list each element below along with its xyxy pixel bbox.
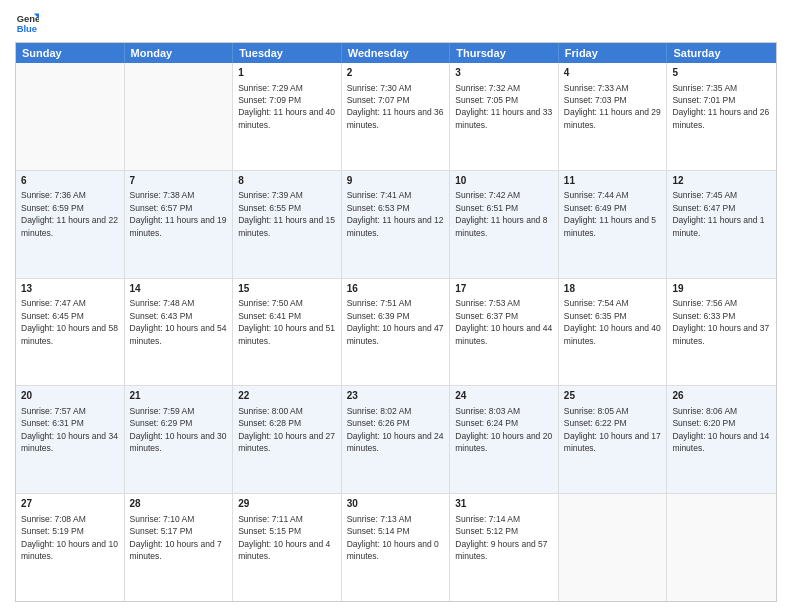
calendar-cell-13: 13Sunrise: 7:47 AMSunset: 6:45 PMDayligh… — [16, 279, 125, 386]
day-number: 12 — [672, 174, 771, 188]
sun-info: Sunrise: 7:32 AMSunset: 7:05 PMDaylight:… — [455, 83, 552, 130]
day-number: 13 — [21, 282, 119, 296]
day-number: 30 — [347, 497, 445, 511]
sun-info: Sunrise: 7:42 AMSunset: 6:51 PMDaylight:… — [455, 190, 547, 237]
calendar-row-2: 6Sunrise: 7:36 AMSunset: 6:59 PMDaylight… — [16, 171, 776, 279]
calendar-row-3: 13Sunrise: 7:47 AMSunset: 6:45 PMDayligh… — [16, 279, 776, 387]
calendar-cell-10: 10Sunrise: 7:42 AMSunset: 6:51 PMDayligh… — [450, 171, 559, 278]
calendar-header: SundayMondayTuesdayWednesdayThursdayFrid… — [16, 43, 776, 63]
calendar-cell-25: 25Sunrise: 8:05 AMSunset: 6:22 PMDayligh… — [559, 386, 668, 493]
sun-info: Sunrise: 7:44 AMSunset: 6:49 PMDaylight:… — [564, 190, 656, 237]
calendar-cell-4: 4Sunrise: 7:33 AMSunset: 7:03 PMDaylight… — [559, 63, 668, 170]
calendar-cell-14: 14Sunrise: 7:48 AMSunset: 6:43 PMDayligh… — [125, 279, 234, 386]
day-number: 23 — [347, 389, 445, 403]
calendar-cell-22: 22Sunrise: 8:00 AMSunset: 6:28 PMDayligh… — [233, 386, 342, 493]
sun-info: Sunrise: 7:56 AMSunset: 6:33 PMDaylight:… — [672, 298, 769, 345]
calendar-cell-15: 15Sunrise: 7:50 AMSunset: 6:41 PMDayligh… — [233, 279, 342, 386]
calendar-cell-6: 6Sunrise: 7:36 AMSunset: 6:59 PMDaylight… — [16, 171, 125, 278]
sun-info: Sunrise: 7:54 AMSunset: 6:35 PMDaylight:… — [564, 298, 661, 345]
calendar-cell-31: 31Sunrise: 7:14 AMSunset: 5:12 PMDayligh… — [450, 494, 559, 601]
svg-text:Blue: Blue — [17, 23, 37, 34]
day-number: 2 — [347, 66, 445, 80]
day-number: 1 — [238, 66, 336, 80]
sun-info: Sunrise: 7:45 AMSunset: 6:47 PMDaylight:… — [672, 190, 764, 237]
calendar-cell-30: 30Sunrise: 7:13 AMSunset: 5:14 PMDayligh… — [342, 494, 451, 601]
day-number: 9 — [347, 174, 445, 188]
logo-icon: General Blue — [15, 10, 39, 34]
day-number: 19 — [672, 282, 771, 296]
sun-info: Sunrise: 7:10 AMSunset: 5:17 PMDaylight:… — [130, 514, 222, 561]
sun-info: Sunrise: 7:08 AMSunset: 5:19 PMDaylight:… — [21, 514, 118, 561]
calendar-row-1: 1Sunrise: 7:29 AMSunset: 7:09 PMDaylight… — [16, 63, 776, 171]
sun-info: Sunrise: 7:39 AMSunset: 6:55 PMDaylight:… — [238, 190, 335, 237]
calendar-cell-empty-r4-c5 — [559, 494, 668, 601]
sun-info: Sunrise: 7:59 AMSunset: 6:29 PMDaylight:… — [130, 406, 227, 453]
sun-info: Sunrise: 7:14 AMSunset: 5:12 PMDaylight:… — [455, 514, 547, 561]
sun-info: Sunrise: 7:13 AMSunset: 5:14 PMDaylight:… — [347, 514, 439, 561]
day-number: 11 — [564, 174, 662, 188]
sun-info: Sunrise: 8:05 AMSunset: 6:22 PMDaylight:… — [564, 406, 661, 453]
weekday-header-sunday: Sunday — [16, 43, 125, 63]
sun-info: Sunrise: 8:06 AMSunset: 6:20 PMDaylight:… — [672, 406, 769, 453]
calendar-row-4: 20Sunrise: 7:57 AMSunset: 6:31 PMDayligh… — [16, 386, 776, 494]
day-number: 18 — [564, 282, 662, 296]
sun-info: Sunrise: 7:41 AMSunset: 6:53 PMDaylight:… — [347, 190, 444, 237]
day-number: 31 — [455, 497, 553, 511]
calendar-cell-18: 18Sunrise: 7:54 AMSunset: 6:35 PMDayligh… — [559, 279, 668, 386]
sun-info: Sunrise: 8:03 AMSunset: 6:24 PMDaylight:… — [455, 406, 552, 453]
calendar-cell-1: 1Sunrise: 7:29 AMSunset: 7:09 PMDaylight… — [233, 63, 342, 170]
calendar-body: 1Sunrise: 7:29 AMSunset: 7:09 PMDaylight… — [16, 63, 776, 601]
calendar-cell-7: 7Sunrise: 7:38 AMSunset: 6:57 PMDaylight… — [125, 171, 234, 278]
calendar-cell-27: 27Sunrise: 7:08 AMSunset: 5:19 PMDayligh… — [16, 494, 125, 601]
day-number: 25 — [564, 389, 662, 403]
day-number: 14 — [130, 282, 228, 296]
day-number: 29 — [238, 497, 336, 511]
calendar-cell-8: 8Sunrise: 7:39 AMSunset: 6:55 PMDaylight… — [233, 171, 342, 278]
calendar-cell-21: 21Sunrise: 7:59 AMSunset: 6:29 PMDayligh… — [125, 386, 234, 493]
day-number: 21 — [130, 389, 228, 403]
calendar: SundayMondayTuesdayWednesdayThursdayFrid… — [15, 42, 777, 602]
day-number: 5 — [672, 66, 771, 80]
sun-info: Sunrise: 7:51 AMSunset: 6:39 PMDaylight:… — [347, 298, 444, 345]
day-number: 20 — [21, 389, 119, 403]
day-number: 26 — [672, 389, 771, 403]
sun-info: Sunrise: 7:38 AMSunset: 6:57 PMDaylight:… — [130, 190, 227, 237]
day-number: 16 — [347, 282, 445, 296]
sun-info: Sunrise: 7:53 AMSunset: 6:37 PMDaylight:… — [455, 298, 552, 345]
calendar-cell-20: 20Sunrise: 7:57 AMSunset: 6:31 PMDayligh… — [16, 386, 125, 493]
logo: General Blue — [15, 10, 43, 34]
calendar-cell-5: 5Sunrise: 7:35 AMSunset: 7:01 PMDaylight… — [667, 63, 776, 170]
sun-info: Sunrise: 7:50 AMSunset: 6:41 PMDaylight:… — [238, 298, 335, 345]
day-number: 27 — [21, 497, 119, 511]
sun-info: Sunrise: 7:47 AMSunset: 6:45 PMDaylight:… — [21, 298, 118, 345]
calendar-cell-3: 3Sunrise: 7:32 AMSunset: 7:05 PMDaylight… — [450, 63, 559, 170]
sun-info: Sunrise: 8:02 AMSunset: 6:26 PMDaylight:… — [347, 406, 444, 453]
sun-info: Sunrise: 7:33 AMSunset: 7:03 PMDaylight:… — [564, 83, 661, 130]
weekday-header-friday: Friday — [559, 43, 668, 63]
sun-info: Sunrise: 7:35 AMSunset: 7:01 PMDaylight:… — [672, 83, 769, 130]
day-number: 6 — [21, 174, 119, 188]
weekday-header-monday: Monday — [125, 43, 234, 63]
calendar-cell-empty-r4-c6 — [667, 494, 776, 601]
page-header: General Blue — [15, 10, 777, 34]
day-number: 10 — [455, 174, 553, 188]
calendar-cell-16: 16Sunrise: 7:51 AMSunset: 6:39 PMDayligh… — [342, 279, 451, 386]
calendar-cell-2: 2Sunrise: 7:30 AMSunset: 7:07 PMDaylight… — [342, 63, 451, 170]
calendar-cell-29: 29Sunrise: 7:11 AMSunset: 5:15 PMDayligh… — [233, 494, 342, 601]
calendar-cell-19: 19Sunrise: 7:56 AMSunset: 6:33 PMDayligh… — [667, 279, 776, 386]
day-number: 15 — [238, 282, 336, 296]
day-number: 4 — [564, 66, 662, 80]
calendar-cell-26: 26Sunrise: 8:06 AMSunset: 6:20 PMDayligh… — [667, 386, 776, 493]
sun-info: Sunrise: 7:48 AMSunset: 6:43 PMDaylight:… — [130, 298, 227, 345]
calendar-cell-17: 17Sunrise: 7:53 AMSunset: 6:37 PMDayligh… — [450, 279, 559, 386]
sun-info: Sunrise: 7:30 AMSunset: 7:07 PMDaylight:… — [347, 83, 444, 130]
sun-info: Sunrise: 8:00 AMSunset: 6:28 PMDaylight:… — [238, 406, 335, 453]
day-number: 17 — [455, 282, 553, 296]
sun-info: Sunrise: 7:29 AMSunset: 7:09 PMDaylight:… — [238, 83, 335, 130]
sun-info: Sunrise: 7:57 AMSunset: 6:31 PMDaylight:… — [21, 406, 118, 453]
calendar-cell-23: 23Sunrise: 8:02 AMSunset: 6:26 PMDayligh… — [342, 386, 451, 493]
calendar-cell-11: 11Sunrise: 7:44 AMSunset: 6:49 PMDayligh… — [559, 171, 668, 278]
weekday-header-wednesday: Wednesday — [342, 43, 451, 63]
day-number: 24 — [455, 389, 553, 403]
day-number: 22 — [238, 389, 336, 403]
